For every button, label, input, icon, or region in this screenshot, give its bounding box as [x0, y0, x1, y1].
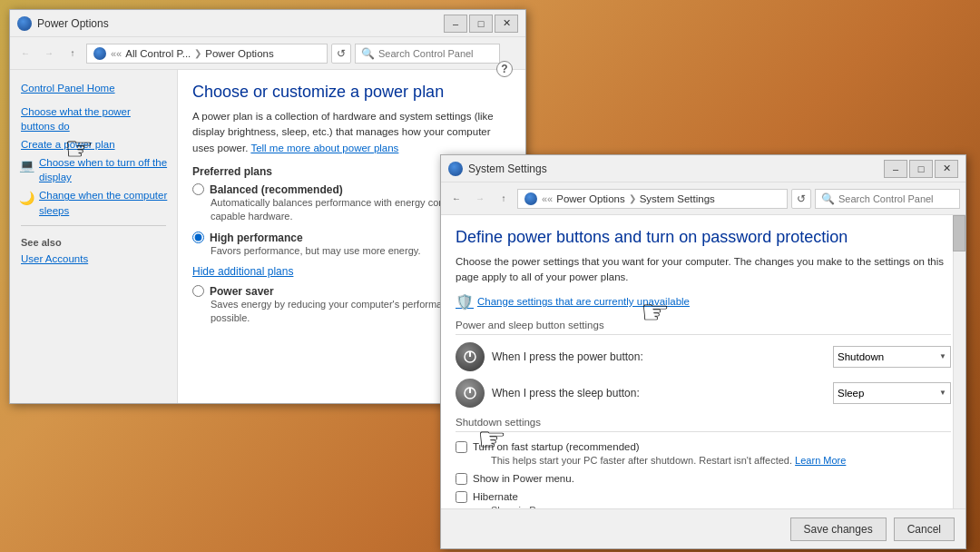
- power-menu-row: Show in Power menu.: [456, 471, 951, 486]
- sleep-button-dropdown[interactable]: Sleep ▼: [833, 382, 951, 404]
- power-button-setting: When I press the power button: Shutdown …: [456, 342, 951, 371]
- shield-icon: 🛡️: [456, 293, 474, 310]
- search-box[interactable]: 🔍: [355, 44, 500, 64]
- system-settings-footer: Save changes Cancel: [441, 508, 965, 548]
- plan-power-saver-radio-row: Power saver: [192, 285, 274, 298]
- path-separator: ❯: [194, 48, 201, 58]
- dropdown-arrow-1: ▼: [939, 352, 946, 360]
- plan-power-saver-radio[interactable]: [192, 285, 204, 297]
- scrollbar-thumb[interactable]: [953, 215, 965, 251]
- page-desc: A power plan is a collection of hardware…: [192, 109, 511, 156]
- up-button[interactable]: ↑: [63, 44, 83, 64]
- sidebar-divider: [21, 225, 166, 226]
- sys-address-path[interactable]: «« Power Options ❯ System Settings: [517, 189, 788, 209]
- hibernate-label: Hibernate: [473, 489, 588, 504]
- plan-high-perf-name: High performance: [210, 232, 303, 244]
- power-options-window-controls: – □ ✕: [444, 15, 518, 33]
- plan-power-saver-name: Power saver: [210, 285, 274, 298]
- search-icon: 🔍: [361, 47, 375, 60]
- system-settings-title-bar: System Settings – □ ✕: [441, 155, 965, 182]
- sys-desc: Choose the power settings that you want …: [456, 254, 951, 286]
- tell-me-more-link[interactable]: Tell me more about power plans: [250, 143, 398, 153]
- system-settings-main: Define power buttons and turn on passwor…: [441, 215, 965, 508]
- sys-path-system-settings: System Settings: [640, 193, 715, 204]
- power-button-icon: [456, 342, 485, 371]
- moon-icon: 🌙: [17, 189, 35, 207]
- sleep-button-icon: [456, 379, 485, 408]
- system-settings-window: System Settings – □ ✕ ← → ↑ «« Power Opt…: [440, 154, 966, 549]
- sidebar-link-display[interactable]: Choose when to turn off the display: [39, 155, 170, 184]
- power-options-window-icon: [17, 16, 32, 31]
- fast-startup-row: Turn on fast startup (recommended) This …: [456, 439, 951, 468]
- close-button[interactable]: ✕: [495, 15, 518, 33]
- shutdown-section-title: Shutdown settings: [456, 417, 951, 432]
- power-options-title-bar: Power Options – □ ✕: [10, 10, 525, 37]
- sys-path-icon: [524, 192, 538, 206]
- address-path[interactable]: «« All Control P... ❯ Power Options: [86, 44, 328, 64]
- sys-up-button[interactable]: ↑: [494, 189, 514, 209]
- hibernate-sublabel: Show in Power menu.: [473, 504, 588, 508]
- sidebar-item-display[interactable]: 💻 Choose when to turn off the display: [10, 153, 177, 186]
- system-settings-address-bar: ← → ↑ «« Power Options ❯ System Settings…: [441, 182, 965, 215]
- minimize-button[interactable]: –: [444, 15, 467, 33]
- power-menu-checkbox[interactable]: [456, 473, 467, 485]
- back-button[interactable]: ←: [15, 44, 35, 64]
- path-segment-1: ««: [111, 48, 122, 59]
- sidebar-link-create-plan[interactable]: Create a power plan: [10, 135, 177, 153]
- sys-path-power-options: Power Options: [556, 193, 624, 204]
- sidebar-link-buttons[interactable]: Choose what the power buttons do: [10, 103, 177, 135]
- sys-search-box[interactable]: 🔍: [815, 189, 960, 209]
- plan-high-perf-radio-row: High performance: [192, 232, 303, 244]
- user-accounts-link[interactable]: User Accounts: [10, 250, 177, 268]
- power-options-title: Power Options: [37, 17, 444, 30]
- help-button[interactable]: ?: [496, 61, 513, 77]
- path-power-options: Power Options: [205, 48, 273, 59]
- monitor-icon: 💻: [17, 156, 35, 174]
- hibernate-checkbox[interactable]: [456, 491, 467, 503]
- plan-balanced-radio-row: Balanced (recommended): [192, 183, 343, 196]
- scrollbar-track[interactable]: [953, 215, 965, 508]
- save-changes-button[interactable]: Save changes: [790, 518, 887, 541]
- system-settings-window-controls: – □ ✕: [884, 160, 958, 178]
- fast-startup-sublabel: This helps start your PC faster after sh…: [473, 454, 846, 468]
- path-all-control: All Control P...: [125, 48, 191, 59]
- power-sleep-section-title: Power and sleep button settings: [456, 320, 951, 335]
- sys-back-button[interactable]: ←: [446, 189, 466, 209]
- power-options-address-bar: ← → ↑ «« All Control P... ❯ Power Option…: [10, 37, 525, 70]
- learn-more-link[interactable]: Learn More: [795, 455, 846, 466]
- sleep-button-setting: When I press the sleep button: Sleep ▼: [456, 379, 951, 408]
- maximize-button[interactable]: □: [469, 15, 493, 33]
- sidebar-link-sleep[interactable]: Change when the computer sleeps: [39, 188, 170, 217]
- plan-balanced-radio[interactable]: [192, 183, 204, 195]
- sys-close-button[interactable]: ✕: [935, 160, 958, 178]
- sys-forward-button[interactable]: →: [470, 189, 490, 209]
- page-heading: Choose or customize a power plan: [192, 83, 511, 102]
- power-button-dropdown[interactable]: Shutdown ▼: [833, 346, 951, 368]
- power-menu-label: Show in Power menu.: [473, 471, 574, 486]
- power-button-label: When I press the power button:: [492, 350, 826, 363]
- hibernate-row: Hibernate Show in Power menu.: [456, 489, 951, 508]
- search-input[interactable]: [378, 48, 494, 59]
- cancel-button[interactable]: Cancel: [894, 518, 955, 541]
- control-panel-home-link[interactable]: Control Panel Home: [10, 77, 177, 97]
- sleep-button-label: When I press the sleep button:: [492, 387, 826, 399]
- refresh-button[interactable]: ↺: [331, 44, 351, 64]
- sys-search-input[interactable]: [838, 193, 954, 204]
- sys-path-segment-1: ««: [542, 193, 553, 204]
- fast-startup-label: Turn on fast startup (recommended): [473, 439, 846, 454]
- sys-refresh-button[interactable]: ↺: [791, 189, 811, 209]
- sidebar-item-sleep[interactable]: 🌙 Change when the computer sleeps: [10, 186, 177, 219]
- sys-search-icon: 🔍: [821, 192, 835, 205]
- sys-heading: Define power buttons and turn on passwor…: [456, 228, 951, 247]
- see-also-label: See also: [10, 232, 177, 250]
- sys-path-separator: ❯: [629, 193, 636, 203]
- sidebar: Control Panel Home Choose what the power…: [10, 70, 178, 403]
- change-settings-link[interactable]: 🛡️ Change settings that are currently un…: [456, 293, 951, 310]
- plan-high-perf-radio[interactable]: [192, 232, 204, 243]
- fast-startup-checkbox[interactable]: [456, 441, 467, 453]
- forward-button[interactable]: →: [39, 44, 59, 64]
- sys-maximize-button[interactable]: □: [909, 160, 933, 178]
- dropdown-arrow-2: ▼: [939, 389, 946, 397]
- system-settings-content: Define power buttons and turn on passwor…: [441, 215, 965, 548]
- sys-minimize-button[interactable]: –: [884, 160, 907, 178]
